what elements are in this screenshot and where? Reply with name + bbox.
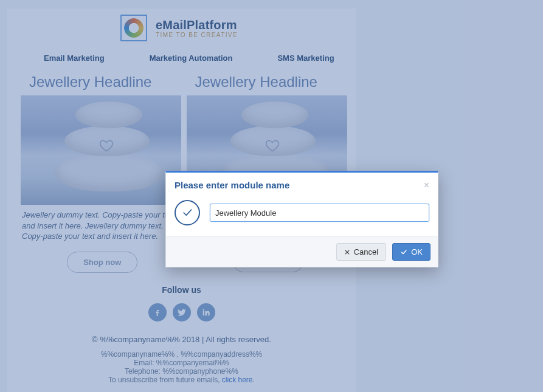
footer-rights: © %%companyname%% 2018 | All rights rese… <box>7 335 356 350</box>
unsubscribe-link[interactable]: click here <box>222 376 253 384</box>
brand-tagline: TIME TO BE CREATIVE <box>156 32 238 38</box>
footer-phone: Telephone: %%companyphone%% <box>7 367 356 376</box>
column-description: Jewellery dummy text. Copy-paste your te… <box>21 205 184 248</box>
brand-row: eMailPlatform TIME TO BE CREATIVE <box>7 9 356 41</box>
shop-now-button[interactable]: Shop now <box>67 252 137 273</box>
social-row <box>7 295 356 326</box>
nav-link-sms-marketing[interactable]: SMS Marketing <box>277 53 334 63</box>
linkedin-icon[interactable] <box>197 303 215 322</box>
facebook-icon[interactable] <box>148 303 167 322</box>
x-icon <box>344 249 350 255</box>
ok-label: OK <box>411 247 423 256</box>
cancel-button[interactable]: Cancel <box>336 243 386 261</box>
dialog-body <box>166 196 438 236</box>
cancel-label: Cancel <box>354 247 378 256</box>
brand-name: eMailPlatform <box>156 18 238 32</box>
dialog-title: Please enter module name <box>175 180 289 190</box>
brand-text: eMailPlatform TIME TO BE CREATIVE <box>156 18 238 38</box>
nav-row: Email Marketing Marketing Automation SMS… <box>7 41 356 67</box>
product-image <box>21 95 181 205</box>
dialog-header: Please enter module name × <box>166 173 438 196</box>
dialog-footer: Cancel OK <box>166 236 438 267</box>
module-name-input[interactable] <box>210 204 429 222</box>
app-canvas: eMailPlatform TIME TO BE CREATIVE Email … <box>0 0 543 392</box>
heart-pendant-icon <box>99 138 114 154</box>
footer-email: Email: %%companyemail%% <box>7 359 356 367</box>
footer: © %%companyname%% 2018 | All rights rese… <box>7 331 356 388</box>
footer-unsub-prefix: To unsubscribe from future emails, <box>108 376 222 384</box>
footer-unsub-suffix: . <box>253 376 255 384</box>
heart-pendant-icon <box>265 138 280 154</box>
close-icon[interactable]: × <box>424 181 429 190</box>
nav-link-marketing-automation[interactable]: Marketing Automation <box>150 53 233 63</box>
check-circle-icon <box>175 200 200 225</box>
follow-title: Follow us <box>7 285 356 295</box>
follow-block: Follow us <box>7 273 356 331</box>
column-headline: Jewellery Headline <box>187 71 350 95</box>
twitter-icon[interactable] <box>173 303 191 322</box>
brand-logo-icon <box>120 15 147 41</box>
nav-link-email-marketing[interactable]: Email Marketing <box>44 53 105 63</box>
ok-button[interactable]: OK <box>392 243 431 261</box>
footer-address: %%companyname%% , %%companyaddress%% <box>7 350 356 359</box>
column-headline: Jewellery Headline <box>21 71 184 95</box>
column-left: Jewellery Headline Jewellery dummy text.… <box>21 71 184 273</box>
module-name-dialog: Please enter module name × Cancel OK <box>165 171 438 267</box>
footer-unsubscribe-line: To unsubscribe from future emails, click… <box>7 376 356 384</box>
check-icon <box>400 249 407 256</box>
